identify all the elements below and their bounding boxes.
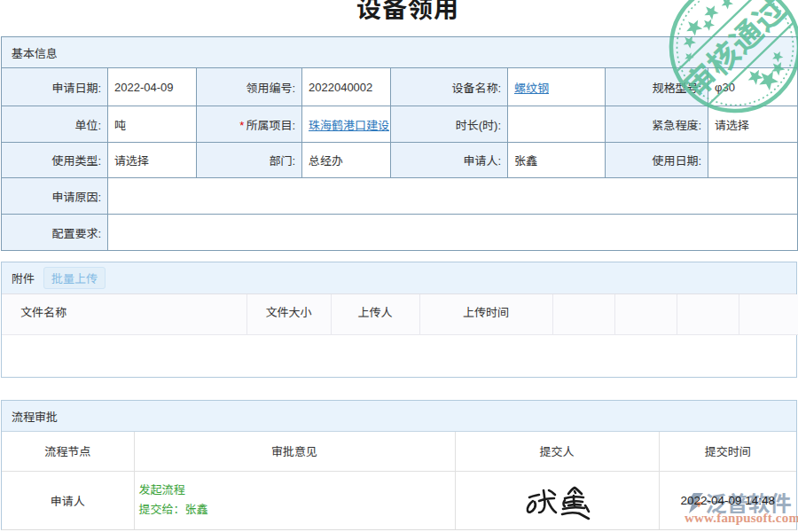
svg-text:审核通过: 审核通过: [672, 0, 794, 106]
svg-text:www.fanpusoft.com: www.fanpusoft.com: [685, 511, 798, 525]
